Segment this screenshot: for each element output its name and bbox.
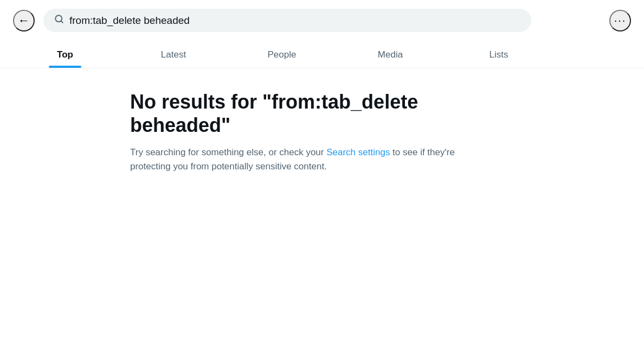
back-button[interactable]: ← <box>13 10 35 31</box>
tab-media-underline <box>374 66 407 68</box>
tab-lists-underline <box>482 66 515 68</box>
tab-people-underline <box>266 66 298 68</box>
tab-top-label: Top <box>57 49 73 60</box>
tab-lists-label: Lists <box>490 49 508 60</box>
more-options-button[interactable]: ··· <box>609 10 631 31</box>
tab-latest-label: Latest <box>161 49 186 60</box>
tab-media[interactable]: Media <box>336 41 445 68</box>
tab-lists[interactable]: Lists <box>445 41 553 68</box>
tab-latest-underline <box>157 66 190 68</box>
tab-media-label: Media <box>378 49 403 60</box>
back-arrow-icon: ← <box>18 14 30 28</box>
header: ← from:tab_delete beheaded ··· <box>0 0 644 41</box>
svg-line-1 <box>61 21 62 22</box>
more-dots-icon: ··· <box>614 14 627 27</box>
search-settings-link[interactable]: Search settings <box>326 147 390 157</box>
main-content: No results for "from:tab_delete beheaded… <box>0 68 644 195</box>
search-bar[interactable]: from:tab_delete beheaded <box>43 9 531 32</box>
no-results-heading: No results for "from:tab_delete beheaded… <box>130 90 477 137</box>
tab-people-label: People <box>268 49 297 60</box>
search-tabs: Top Latest People Media Lists <box>0 41 644 68</box>
no-results-description: Try searching for something else, or che… <box>130 145 477 173</box>
tab-people[interactable]: People <box>228 41 336 68</box>
search-icon <box>54 14 64 27</box>
tab-top-underline <box>49 66 81 68</box>
tab-top[interactable]: Top <box>11 41 119 68</box>
search-query-text: from:tab_delete beheaded <box>69 15 190 27</box>
tab-latest[interactable]: Latest <box>119 41 228 68</box>
description-prefix-text: Try searching for something else, or che… <box>130 147 326 157</box>
